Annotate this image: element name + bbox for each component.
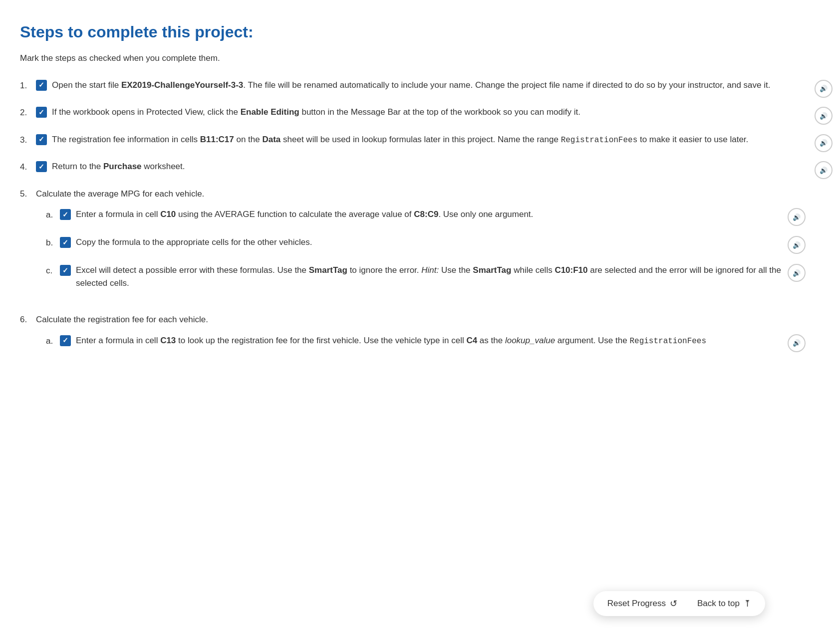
sub-steps-6: a. Enter a formula in cell C13 to look u… (36, 334, 810, 352)
smarttag-2: SmartTag (473, 265, 511, 275)
reg-fees-ref: RegistrationFees (629, 337, 706, 346)
range-name: RegistrationFees (561, 136, 638, 145)
page-container: Steps to complete this project: Mark the… (0, 0, 840, 641)
page-title: Steps to complete this project: (20, 20, 810, 44)
cell-c4: C4 (466, 336, 477, 345)
sub-step-5b: b. Copy the formula to the appropriate c… (36, 236, 810, 254)
reset-progress-label: Reset Progress (607, 599, 666, 609)
smarttag-1: SmartTag (309, 265, 347, 275)
checkbox-5c[interactable] (60, 265, 71, 276)
step-number-4: 4. (20, 160, 36, 174)
step-content-4: Return to the Purchase worksheet. (52, 160, 810, 173)
speaker-icon-5b: 🔊 (793, 241, 801, 249)
sub-step-label-6a: a. (46, 334, 60, 348)
cell-c13: C13 (160, 336, 176, 345)
speaker-icon-5a: 🔊 (793, 214, 801, 221)
step-item-5: 5. Calculate the average MPG for each ve… (20, 188, 810, 300)
purchase-label: Purchase (103, 162, 142, 171)
cells-b11-c17: B11:C17 (200, 135, 234, 144)
enable-editing-label: Enable Editing (241, 107, 299, 117)
back-to-top-button[interactable]: Back to top ⤒ (697, 598, 751, 609)
step-5-header: Calculate the average MPG for each vehic… (36, 188, 810, 201)
reset-icon: ↺ (670, 598, 677, 609)
sub-steps-5: a. Enter a formula in cell C10 using the… (36, 208, 810, 289)
steps-list: 1. Open the start file EX2019-ChallengeY… (20, 79, 810, 362)
step-item-2: 2. If the workbook opens in Protected Vi… (20, 106, 810, 119)
sub-step-content-5c: Excel will detect a possible error with … (76, 264, 788, 289)
sub-step-5a: a. Enter a formula in cell C10 using the… (36, 208, 810, 226)
step-item-4: 4. Return to the Purchase worksheet. 🔊 (20, 160, 810, 174)
step-row-2: 2. If the workbook opens in Protected Vi… (20, 106, 810, 119)
audio-button-3[interactable]: 🔊 (815, 134, 833, 152)
sub-step-label-5a: a. (46, 208, 60, 221)
step-item-1: 1. Open the start file EX2019-ChallengeY… (20, 79, 810, 92)
step-content-3: The registration fee information in cell… (52, 133, 810, 146)
checkbox-4[interactable] (36, 161, 47, 172)
step-row-3: 3. The registration fee information in c… (20, 133, 810, 147)
step-content-5: Calculate the average MPG for each vehic… (36, 188, 810, 300)
speaker-icon-3: 🔊 (820, 139, 828, 147)
cell-c10: C10 (160, 210, 176, 219)
speaker-icon-4: 🔊 (820, 167, 828, 174)
sub-step-label-5b: b. (46, 236, 60, 249)
step-number-5: 5. (20, 188, 36, 201)
audio-button-1[interactable]: 🔊 (815, 80, 833, 98)
step-item-3: 3. The registration fee information in c… (20, 133, 810, 147)
hint-label: Hint: (421, 265, 439, 275)
filename-1: EX2019-ChallengeYourself-3-3 (121, 80, 243, 90)
footer-bar: Reset Progress ↺ Back to top ⤒ (593, 591, 765, 616)
step-6-header: Calculate the registration fee for each … (36, 313, 810, 326)
data-sheet-label: Data (262, 135, 280, 144)
step-content-1: Open the start file EX2019-ChallengeYour… (52, 79, 810, 92)
sub-step-6a: a. Enter a formula in cell C13 to look u… (36, 334, 810, 352)
audio-button-5b[interactable]: 🔊 (788, 236, 806, 254)
checkbox-1[interactable] (36, 80, 47, 91)
audio-button-5a[interactable]: 🔊 (788, 208, 806, 226)
audio-button-5c[interactable]: 🔊 (788, 264, 806, 282)
audio-button-6a[interactable]: 🔊 (788, 334, 806, 352)
speaker-icon-6a: 🔊 (793, 339, 801, 347)
step-item-6: 6. Calculate the registration fee for ea… (20, 313, 810, 362)
step-row-6: 6. Calculate the registration fee for ea… (20, 313, 810, 362)
back-to-top-icon: ⤒ (744, 598, 751, 609)
sub-step-content-5b: Copy the formula to the appropriate cell… (76, 236, 788, 249)
step-number-1: 1. (20, 79, 36, 92)
reset-progress-button[interactable]: Reset Progress ↺ (607, 598, 677, 609)
checkbox-6a[interactable] (60, 335, 71, 346)
sub-step-content-5a: Enter a formula in cell C10 using the AV… (76, 208, 788, 221)
cells-c10-f10: C10:F10 (555, 265, 587, 275)
step-number-6: 6. (20, 313, 36, 326)
speaker-icon-1: 🔊 (820, 85, 828, 92)
step-row-1: 1. Open the start file EX2019-ChallengeY… (20, 79, 810, 92)
step-content-2: If the workbook opens in Protected View,… (52, 106, 810, 119)
cells-c8-c9: C8:C9 (414, 210, 438, 219)
subtitle: Mark the steps as checked when you compl… (20, 52, 810, 65)
step-number-2: 2. (20, 106, 36, 119)
audio-button-4[interactable]: 🔊 (815, 161, 833, 179)
audio-button-2[interactable]: 🔊 (815, 107, 833, 125)
step-number-3: 3. (20, 133, 36, 147)
sub-step-5c: c. Excel will detect a possible error wi… (36, 264, 810, 289)
step-row-4: 4. Return to the Purchase worksheet. 🔊 (20, 160, 810, 174)
speaker-icon-5c: 🔊 (793, 269, 801, 277)
lookup-value-label: lookup_value (505, 336, 555, 345)
sub-step-label-5c: c. (46, 264, 60, 277)
back-to-top-label: Back to top (697, 599, 740, 609)
step-content-6: Calculate the registration fee for each … (36, 313, 810, 362)
checkbox-3[interactable] (36, 134, 47, 145)
speaker-icon-2: 🔊 (820, 112, 828, 120)
sub-step-content-6a: Enter a formula in cell C13 to look up t… (76, 334, 788, 347)
checkbox-5b[interactable] (60, 237, 71, 248)
step-row-5: 5. Calculate the average MPG for each ve… (20, 188, 810, 300)
checkbox-2[interactable] (36, 107, 47, 118)
checkbox-5a[interactable] (60, 209, 71, 220)
